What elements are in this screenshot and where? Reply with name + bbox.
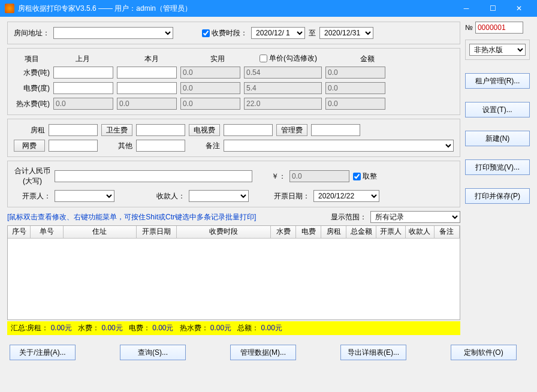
total-caps-input[interactable] xyxy=(55,170,252,182)
issuer-label: 开票人： xyxy=(14,191,51,201)
elec-last[interactable] xyxy=(53,82,113,94)
period-to[interactable]: 2020/12/31 xyxy=(319,27,373,39)
new-button[interactable]: 新建(N) xyxy=(465,131,530,146)
col-last: 上月 xyxy=(50,54,116,64)
water-label: 水费(吨) xyxy=(14,68,50,78)
minimize-button[interactable]: ─ xyxy=(453,0,479,17)
addr-select[interactable] xyxy=(53,27,173,39)
water-usage xyxy=(180,67,240,79)
net-button[interactable]: 网费 xyxy=(14,140,45,152)
period-checkbox[interactable]: 收费时段： xyxy=(202,28,248,38)
water-price xyxy=(244,67,322,79)
version-panel: 非热水版 xyxy=(465,40,530,60)
tenant-button[interactable]: 租户管理(R)... xyxy=(465,73,530,89)
total-value xyxy=(289,170,349,182)
period-from[interactable]: 2020/12/ 1 xyxy=(251,27,305,39)
elec-price xyxy=(244,82,322,94)
col-11[interactable]: 备注 xyxy=(434,226,459,238)
scope-select[interactable]: 所有记录 xyxy=(370,211,460,223)
maximize-button[interactable]: ☐ xyxy=(479,0,506,17)
col-7[interactable]: 房租 xyxy=(321,226,346,238)
elec-amount xyxy=(325,82,385,94)
hot-this xyxy=(117,98,177,110)
col-8[interactable]: 总金额 xyxy=(346,226,376,238)
receiver-select[interactable] xyxy=(189,190,249,202)
elec-usage xyxy=(180,82,240,94)
clean-button[interactable]: 卫生费 xyxy=(101,124,132,136)
water-last[interactable] xyxy=(53,67,113,79)
col-9[interactable]: 开票人 xyxy=(376,226,405,238)
period-to-label: 至 xyxy=(309,28,316,38)
preview-button[interactable]: 打印预览(V)... xyxy=(465,159,530,175)
yen-label: ￥： xyxy=(256,171,286,182)
issue-date[interactable]: 2020/12/22 xyxy=(313,190,379,202)
fees-panel: 房租 卫生费 电视费 管理费 网费 其他 备注 xyxy=(7,119,460,157)
total-label-1: 合计人民币 xyxy=(14,166,51,176)
price-edit-checkbox[interactable]: 单价(勾选修改) xyxy=(260,53,317,64)
other-input[interactable] xyxy=(136,140,185,152)
issuer-select[interactable] xyxy=(55,190,114,202)
hot-price xyxy=(244,98,322,110)
summary-bar: 汇总:房租： 0.00元 水费： 0.00元 电费： 0.00元 热水费： 0.… xyxy=(7,321,460,335)
records-table[interactable]: 序号单号住址开票日期收费时段水费电费房租总金额开票人收款人备注 xyxy=(7,225,460,320)
window-title: 房租收据打印专家V3.5.6 —— 用户：admin（管理员） xyxy=(18,4,453,14)
total-label-2: (大写) xyxy=(14,176,51,186)
query-button[interactable]: 查询(S)... xyxy=(120,345,186,360)
col-amount: 金额 xyxy=(337,54,397,64)
total-panel: 合计人民币 (大写) ￥： 取整 开票人： 收款人： 开票日期： 2020/12… xyxy=(7,161,460,207)
addr-label: 房间地址： xyxy=(14,28,50,38)
mgmt-button[interactable]: 管理费 xyxy=(276,124,307,136)
col-2[interactable]: 住址 xyxy=(63,226,136,238)
elec-label: 电费(度) xyxy=(14,83,50,94)
col-item: 项目 xyxy=(14,54,50,64)
col-3[interactable]: 开票日期 xyxy=(136,226,176,238)
rent-label: 房租 xyxy=(14,125,45,135)
clean-input[interactable] xyxy=(136,124,185,136)
col-6[interactable]: 电费 xyxy=(296,226,321,238)
hot-last xyxy=(53,98,113,110)
close-button[interactable]: ✕ xyxy=(506,0,532,17)
bottom-bar: 关于/注册(A)... 查询(S)... 管理数据(M)... 导出详细表(E)… xyxy=(0,340,537,365)
col-usage: 实用 xyxy=(188,54,248,64)
app-icon xyxy=(5,4,14,13)
scope-label: 显示范围： xyxy=(331,212,367,222)
hot-label: 热水费(吨) xyxy=(14,99,50,109)
version-select[interactable]: 非热水版 xyxy=(469,44,526,56)
custom-button[interactable]: 定制软件(O) xyxy=(451,345,517,360)
col-4[interactable]: 收费时段 xyxy=(176,226,270,238)
titlebar: 房租收据打印专家V3.5.6 —— 用户：admin（管理员） ─ ☐ ✕ xyxy=(0,0,537,17)
col-10[interactable]: 收款人 xyxy=(405,226,434,238)
tv-button[interactable]: 电视费 xyxy=(189,124,220,136)
hint-text: [鼠标双击查看修改、右键功能菜单，可按住Shit或Ctr键选中多条记录批量打印] xyxy=(7,212,256,222)
water-this[interactable] xyxy=(117,67,177,79)
setting-button[interactable]: 设置(T)... xyxy=(465,102,530,117)
hot-usage xyxy=(180,98,240,110)
col-this: 本月 xyxy=(116,54,188,64)
export-button[interactable]: 导出详细表(E)... xyxy=(340,345,406,360)
address-panel: 房间地址： 收费时段： 2020/12/ 1 至 2020/12/31 xyxy=(7,22,460,44)
no-value[interactable] xyxy=(475,22,523,34)
data-button[interactable]: 管理数据(M)... xyxy=(230,345,296,360)
remark-label: 备注 xyxy=(189,141,220,151)
no-label: № xyxy=(465,23,473,32)
col-1[interactable]: 单号 xyxy=(31,226,64,238)
mgmt-input[interactable] xyxy=(311,124,360,136)
tv-input[interactable] xyxy=(224,124,273,136)
rent-input[interactable] xyxy=(49,124,98,136)
issue-date-label: 开票日期： xyxy=(274,191,310,201)
meter-panel: 项目 上月 本月 实用 单价(勾选修改) 金额 水费(吨) 电费(度) xyxy=(7,48,460,115)
remark-select[interactable] xyxy=(224,140,454,152)
other-label: 其他 xyxy=(101,141,132,151)
col-5[interactable]: 水费 xyxy=(271,226,296,238)
round-checkbox[interactable]: 取整 xyxy=(353,171,377,182)
water-amount xyxy=(325,67,385,79)
print-button[interactable]: 打印并保存(P) xyxy=(465,188,530,204)
receiver-label: 收款人： xyxy=(155,191,185,201)
about-button[interactable]: 关于/注册(A)... xyxy=(10,345,76,360)
net-input[interactable] xyxy=(49,140,98,152)
col-0[interactable]: 序号 xyxy=(8,226,31,238)
elec-this[interactable] xyxy=(117,82,177,94)
hot-amount xyxy=(325,98,385,110)
